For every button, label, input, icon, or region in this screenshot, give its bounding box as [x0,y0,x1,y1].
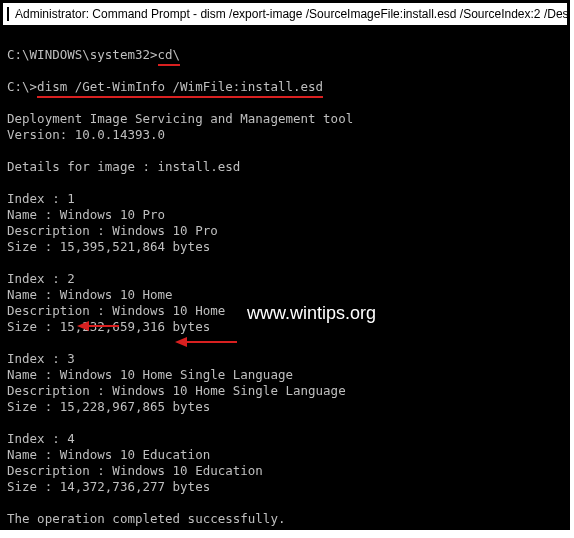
image-3-index: Index : 3 [7,351,75,366]
image-4-size: Size : 14,372,736,277 bytes [7,479,210,494]
titlebar[interactable]: Administrator: Command Prompt - dism /ex… [3,3,567,25]
watermark-text: www.wintips.org [247,305,376,321]
image-3-size: Size : 15,228,967,865 bytes [7,399,210,414]
image-2-size: Size : 15,232,659,316 bytes [7,319,210,334]
operation-complete: The operation completed successfully. [7,511,285,526]
image-4-name: Name : Windows 10 Education [7,447,210,462]
image-3-desc: Description : Windows 10 Home Single Lan… [7,383,346,398]
cmd-dism: dism /Get-WimInfo /WimFile:install.esd [37,79,323,98]
prompt-line-1: C:\WINDOWS\system32>cd\ [7,47,180,66]
image-4-desc: Description : Windows 10 Education [7,463,263,478]
cmd-icon [7,7,9,21]
image-4-index: Index : 4 [7,431,75,446]
prompt-line-2: C:\>dism /Get-WimInfo /WimFile:install.e… [7,79,323,98]
image-2-name: Name : Windows 10 Home [7,287,173,302]
command-prompt-window: Administrator: Command Prompt - dism /ex… [0,0,570,530]
image-2-index: Index : 2 [7,271,75,286]
cmd-cd: cd\ [158,47,181,66]
svg-marker-1 [175,337,187,347]
version-line: Version: 10.0.14393.0 [7,127,165,142]
image-1-size: Size : 15,395,521,864 bytes [7,239,210,254]
image-1-name: Name : Windows 10 Pro [7,207,165,222]
tool-header: Deployment Image Servicing and Managemen… [7,111,353,126]
image-3-name: Name : Windows 10 Home Single Language [7,367,293,382]
window-title: Administrator: Command Prompt - dism /ex… [15,7,567,21]
image-1-desc: Description : Windows 10 Pro [7,223,218,238]
details-line: Details for image : install.esd [7,159,240,174]
console-area[interactable]: C:\WINDOWS\system32>cd\ C:\>dism /Get-Wi… [3,25,567,527]
image-1-index: Index : 1 [7,191,75,206]
image-2-desc: Description : Windows 10 Home [7,303,225,318]
